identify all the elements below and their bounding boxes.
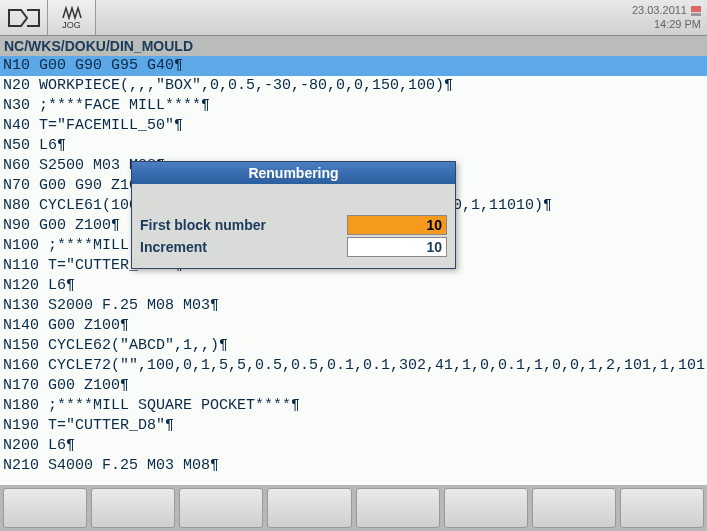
increment-input[interactable]: 10 <box>347 237 447 257</box>
flag-icon <box>691 6 701 16</box>
date-text: 23.03.2011 <box>632 4 687 17</box>
jog-button[interactable]: JOG <box>48 0 96 35</box>
dialog-title: Renumbering <box>132 162 455 184</box>
renumbering-dialog: Renumbering First block number 10 Increm… <box>131 161 456 269</box>
machine-button[interactable] <box>0 0 48 35</box>
softkey-b2[interactable] <box>91 488 175 528</box>
code-line[interactable]: N190 T="CUTTER_D8"¶ <box>0 416 707 436</box>
softkey-b3[interactable] <box>179 488 263 528</box>
code-line[interactable]: N20 WORKPIECE(,,,"BOX",0,0.5,-30,-80,0,0… <box>0 76 707 96</box>
code-line[interactable]: N210 S4000 F.25 M03 M08¶ <box>0 456 707 476</box>
code-line[interactable]: N140 G00 Z100¶ <box>0 316 707 336</box>
first-block-input[interactable]: 10 <box>347 215 447 235</box>
code-line[interactable]: N200 L6¶ <box>0 436 707 456</box>
softkey-b6[interactable] <box>444 488 528 528</box>
path-bar: NC/WKS/DOKU/DIN_MOULD 1 <box>0 36 707 56</box>
svg-rect-1 <box>691 13 701 16</box>
code-editor[interactable]: N10 G00 G90 G95 G40¶ N20 WORKPIECE(,,,"B… <box>0 56 707 485</box>
code-line[interactable]: N160 CYCLE72("",100,0,1,5,5,0.5,0.5,0.1,… <box>0 356 707 376</box>
softkey-b7[interactable] <box>532 488 616 528</box>
file-path: NC/WKS/DOKU/DIN_MOULD <box>4 38 193 54</box>
jog-label: JOG <box>62 20 81 30</box>
code-line[interactable]: N130 S2000 F.25 M08 M03¶ <box>0 296 707 316</box>
datetime-display: 23.03.2011 14:29 PM <box>626 0 707 35</box>
code-line[interactable]: N10 G00 G90 G95 G40¶ <box>0 56 707 76</box>
softkey-b1[interactable] <box>3 488 87 528</box>
top-toolbar: JOG 23.03.2011 14:29 PM <box>0 0 707 36</box>
softkey-b4[interactable] <box>267 488 351 528</box>
time-text: 14:29 PM <box>632 18 701 31</box>
code-line[interactable]: N170 G00 Z100¶ <box>0 376 707 396</box>
code-line[interactable]: N40 T="FACEMILL_50"¶ <box>0 116 707 136</box>
softkey-b8[interactable] <box>620 488 704 528</box>
code-line[interactable]: N150 CYCLE62("ABCD",1,,)¶ <box>0 336 707 356</box>
code-line[interactable]: N50 L6¶ <box>0 136 707 156</box>
first-block-label: First block number <box>140 217 347 233</box>
code-line[interactable]: N30 ;****FACE MILL****¶ <box>0 96 707 116</box>
increment-label: Increment <box>140 239 347 255</box>
code-line[interactable]: N120 L6¶ <box>0 276 707 296</box>
code-line[interactable]: N180 ;****MILL SQUARE POCKET****¶ <box>0 396 707 416</box>
svg-rect-0 <box>691 6 701 12</box>
softkey-b5[interactable] <box>356 488 440 528</box>
softkeys-bottom <box>0 485 707 531</box>
